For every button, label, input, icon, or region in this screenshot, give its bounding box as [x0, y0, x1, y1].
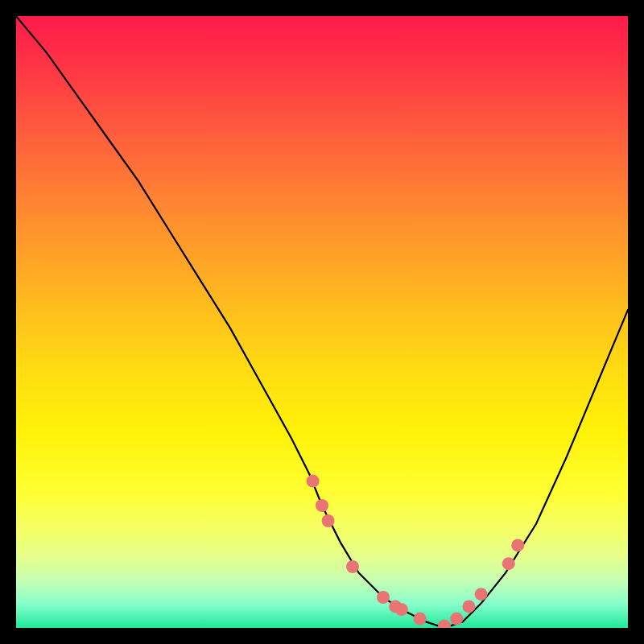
plot-area: [16, 16, 628, 628]
marker-dot: [475, 588, 488, 601]
marker-dot: [346, 560, 359, 573]
marker-dot: [377, 591, 390, 604]
marker-dot: [316, 499, 328, 512]
gradient-background: [16, 16, 628, 628]
marker-dot: [414, 613, 427, 625]
marker-dot: [307, 475, 320, 488]
marker-dot: [511, 539, 524, 551]
marker-dot: [395, 603, 408, 616]
marker-dot: [462, 600, 475, 613]
marker-dot: [502, 557, 515, 570]
bottleneck-chart: [16, 16, 628, 628]
chart-frame: TheBottleneck.com: [16, 16, 628, 628]
marker-dot: [450, 613, 463, 625]
marker-dot: [322, 514, 335, 527]
